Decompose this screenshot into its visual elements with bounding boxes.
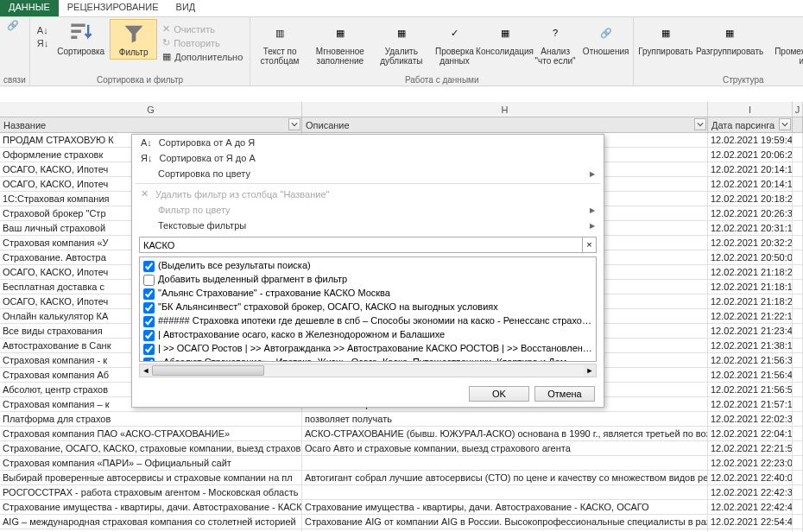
table-row[interactable]: Страхование имущества - квартиры, дачи. … (0, 500, 803, 515)
ok-button[interactable]: OK (469, 386, 529, 402)
cell[interactable] (793, 206, 803, 220)
checkbox[interactable] (143, 275, 155, 286)
reapply-btn[interactable]: ↻Повторить (159, 36, 246, 49)
filter-check-item[interactable]: | Автострахование осаго, каско в Железно… (142, 328, 594, 342)
filter-values-list[interactable]: (Выделить все результаты поиска)Добавить… (139, 256, 597, 362)
table-row[interactable]: Страховая компания ПАО «АСКО-СТРАХОВАНИЕ… (0, 427, 803, 441)
cell[interactable]: Страхование имущества - квартиры, дачи. … (0, 500, 302, 514)
clear-search-btn[interactable]: × (583, 237, 597, 253)
cell[interactable] (793, 133, 803, 147)
col-header-H[interactable]: H (302, 102, 708, 117)
tab-review[interactable]: РЕЦЕНЗИРОВАНИЕ (59, 0, 168, 16)
cell[interactable]: 12.02.2021 20:32:24 (708, 236, 793, 250)
cell[interactable]: 12.02.2021 21:38:10 (708, 339, 793, 352)
filter-check-item[interactable]: ###### Страховка ипотеки где дешевле в с… (142, 314, 594, 328)
what-if-btn[interactable]: ?Анализ "что если" (530, 19, 580, 67)
cell[interactable]: 12.02.2021 22:42:45 (708, 500, 793, 514)
scroll-thumb[interactable] (152, 365, 264, 376)
cell[interactable]: 12.02.2021 21:56:36 (708, 353, 793, 367)
cell[interactable]: Страховая компания «ПАРИ» – Официальный … (0, 456, 302, 470)
cell[interactable] (793, 265, 803, 279)
clear-filter-btn[interactable]: ✕Очистить (159, 22, 246, 35)
cell[interactable]: 12.02.2021 20:50:02 (708, 250, 793, 264)
sort-by-color-item[interactable]: Сортировка по цвету (132, 166, 604, 181)
table-row[interactable]: Платформа для страховпозволяет получать1… (0, 412, 803, 427)
cell[interactable]: 12.02.2021 20:31:14 (708, 221, 793, 235)
sort-btn[interactable]: Сортировка (54, 19, 108, 58)
sort-desc-item[interactable]: Я↓Сортировка от Я до А (132, 150, 604, 166)
filter-check-item[interactable]: "Альянс Страхование" - страхование КАСКО… (142, 287, 594, 301)
cell[interactable] (793, 456, 803, 470)
cell[interactable]: AIG – международная страховая компания с… (0, 515, 302, 529)
filter-check-item[interactable]: (Выделить все результаты поиска) (142, 259, 594, 273)
cell[interactable] (793, 294, 803, 308)
scroll-left-btn[interactable]: ◄ (140, 364, 152, 377)
cell[interactable]: 12.02.2021 21:23:45 (708, 324, 793, 338)
cell[interactable]: Страхование имущества - квартиры, дачи. … (302, 500, 708, 514)
checkbox[interactable] (143, 288, 155, 300)
cell[interactable]: РОСГОССТРАХ - работа страховым агентом -… (0, 485, 302, 499)
cell[interactable]: Осаго Авто и страховые компании, выезд с… (302, 441, 708, 455)
cell[interactable] (793, 412, 803, 426)
cell[interactable] (793, 177, 803, 191)
cell[interactable]: АСКО-СТРАХОВАНИЕ (бывш. ЮЖУРАЛ-АСКО) осн… (302, 427, 708, 440)
cell[interactable] (793, 515, 803, 529)
cell[interactable]: 12.02.2021 22:04:14 (708, 427, 793, 440)
cell[interactable] (793, 192, 803, 206)
col-header-G[interactable]: G (0, 102, 302, 117)
cell[interactable]: 12.02.2021 20:14:15 (708, 162, 793, 176)
cell[interactable] (793, 339, 803, 352)
cell[interactable]: Страхование, ОСАГО, КАСКО, страховые ком… (0, 441, 302, 455)
cell[interactable] (793, 236, 803, 250)
checkbox[interactable] (143, 316, 155, 327)
checkbox[interactable] (143, 330, 155, 341)
cell[interactable] (793, 383, 803, 396)
ungroup-btn[interactable]: ▦Разгруппировать (696, 19, 764, 58)
consolidate-btn[interactable]: ▦Консолидация (481, 19, 528, 58)
cell[interactable]: 12.02.2021 21:57:15 (708, 397, 793, 411)
filter-btn[interactable]: Фильтр (110, 19, 157, 60)
cell[interactable] (793, 500, 803, 514)
cell[interactable] (793, 471, 803, 484)
cell[interactable]: 12.02.2021 21:22:19 (708, 309, 793, 323)
remove-duplicates-btn[interactable]: ▦Удалить дубликаты (375, 19, 428, 67)
cell[interactable]: 12.02.2021 21:56:55 (708, 383, 793, 396)
col-header-I[interactable]: I (708, 102, 793, 117)
flash-fill-btn[interactable]: ▦Мгновенное заполнение (307, 19, 373, 67)
table-row[interactable]: РОСГОССТРАХ - работа страховым агентом -… (0, 485, 803, 500)
col-header-J[interactable]: J (793, 102, 803, 117)
cell[interactable]: 12.02.2021 20:06:27 (708, 148, 793, 162)
cell[interactable]: 12.02.2021 22:21:58 (708, 441, 793, 455)
sort-az-btn[interactable]: А↓ (34, 24, 52, 36)
cell[interactable]: 12.02.2021 20:18:20 (708, 192, 793, 206)
filter-dropdown-date[interactable] (779, 118, 791, 130)
cancel-button[interactable]: Отмена (534, 386, 595, 402)
cell[interactable]: 12.02.2021 21:18:28 (708, 294, 793, 308)
cell[interactable]: позволяет получать (302, 412, 708, 426)
cell[interactable] (793, 368, 803, 382)
checkbox[interactable] (143, 358, 155, 362)
filter-dropdown-description[interactable] (694, 118, 706, 130)
cell[interactable]: Страховая компания ПАО «АСКО-СТРАХОВАНИЕ… (0, 427, 302, 440)
cell[interactable] (793, 280, 803, 294)
data-validation-btn[interactable]: ✓Проверка данных (430, 19, 479, 67)
tab-view[interactable]: ВИД (168, 0, 205, 16)
cell[interactable]: 12.02.2021 21:18:22 (708, 265, 793, 279)
cell[interactable] (793, 441, 803, 455)
filter-check-item[interactable]: | >> ОСАГО Ростов | >> Автогражданка >> … (142, 342, 594, 356)
checkbox[interactable] (143, 302, 155, 314)
filter-search-input[interactable] (139, 237, 583, 253)
cell[interactable] (793, 221, 803, 235)
cell[interactable] (793, 162, 803, 176)
cell[interactable]: 12.02.2021 20:14:16 (708, 177, 793, 191)
advanced-filter-btn[interactable]: ▦Дополнительно (159, 50, 246, 63)
text-to-columns-btn[interactable]: ▥Текст по столбцам (254, 19, 306, 67)
relationships-btn[interactable]: 🔗Отношения (582, 19, 629, 58)
table-row[interactable]: Страховая компания «ПАРИ» – Официальный … (0, 456, 803, 471)
cell[interactable] (793, 353, 803, 367)
checkbox[interactable] (143, 344, 155, 355)
cell[interactable]: Страхование AIG от компании AIG в России… (302, 515, 708, 529)
filter-dropdown-title[interactable] (288, 118, 300, 130)
cell[interactable]: 12.02.2021 20:26:38 (708, 206, 793, 220)
cell[interactable] (793, 427, 803, 440)
